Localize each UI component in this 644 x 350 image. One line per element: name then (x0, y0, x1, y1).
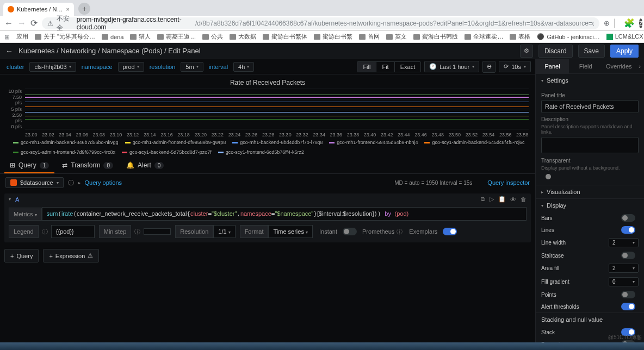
extensions-icon[interactable]: 🧩 (624, 18, 635, 28)
lines-toggle[interactable] (621, 226, 635, 234)
bookmark-item[interactable]: 全球速卖… (465, 33, 503, 41)
x-axis: 23:0023:0223:0423:0623:0823:1023:1223:14… (25, 132, 529, 138)
points-toggle[interactable] (621, 291, 635, 298)
bookmark-item[interactable]: 表格 (510, 33, 530, 41)
add-query-button[interactable]: + Query (4, 249, 39, 262)
eye-icon[interactable]: 👁 (510, 196, 516, 203)
bookmark-item[interactable]: 蜜游白书繁 (314, 33, 352, 41)
var-value-resolution[interactable]: 5m▾ (181, 62, 203, 72)
discard-button[interactable]: Discard (538, 45, 573, 58)
legend-item[interactable]: gco-scy1-frontend-6cd5b76ff4-k5rz2 (218, 149, 304, 155)
forward-button[interactable]: → (17, 18, 26, 28)
line-width-select[interactable]: 2▾ (609, 238, 639, 247)
legend-input[interactable]: {{pod}} (51, 225, 95, 238)
query-tabs: ⊞ Query 1 ⇄ Transform 0 🔔 Alert 0 (0, 158, 535, 174)
time-range-picker[interactable]: 🕐 Last 1 hour ▾ (424, 61, 479, 72)
add-expression-button[interactable]: + Expression ⚠ (43, 249, 99, 262)
tab-transform[interactable]: ⇄ Transform 0 (57, 158, 119, 173)
query-inspector-link[interactable]: Query inspector (487, 179, 530, 186)
bookmark-item[interactable]: ⚫GitHub - jenkinsci… (537, 33, 599, 40)
refresh-interval[interactable]: ⟳ 10s ▾ (499, 61, 531, 72)
side-tab-panel[interactable]: Panel (536, 59, 569, 73)
legend-item[interactable]: gco-mh1-admin-backend-846b7d56bo-nkvgg (13, 140, 119, 145)
instant-toggle[interactable] (343, 228, 357, 235)
bookmark-item[interactable]: 蜜游白书韩版 (413, 33, 458, 41)
area-fill-select[interactable]: 2▾ (609, 264, 639, 273)
fill-button[interactable]: Fill (357, 62, 376, 72)
datasource-picker[interactable]: $datasource ▾ (5, 177, 64, 188)
bookmark-item[interactable]: 公共 (202, 33, 223, 41)
bookmark-item[interactable]: LCM&LCX k8s套… (606, 33, 644, 41)
warning-icon: ⚠ (47, 20, 53, 27)
description-input[interactable] (541, 137, 639, 153)
settings-icon[interactable]: ⚙ (520, 45, 533, 58)
bars-toggle[interactable] (621, 214, 635, 222)
query-row-a: ▾ A ⧉ ▷ 📋 👁 🗑 Metrics ▾ sum(irate(contai… (4, 193, 531, 242)
legend-item[interactable]: gco-scy1-backend-5d75bcd8d7-pzo7f (122, 149, 212, 155)
copy-icon[interactable]: 📋 (498, 196, 506, 203)
extension-icon[interactable] (614, 18, 615, 28)
translate-icon[interactable]: ⊕ (604, 19, 610, 27)
bookmark-item[interactable]: 关于 "元界其母公… (35, 33, 95, 41)
back-button[interactable]: ← (4, 18, 13, 28)
trash-icon[interactable]: 🗑 (521, 196, 527, 203)
tab-query[interactable]: ⊞ Query 1 (4, 158, 54, 173)
bookmark-item[interactable]: 霸菱王道… (157, 33, 196, 41)
bookmark-item[interactable]: 蜜游白书繁体 (263, 33, 307, 41)
bookmark-item[interactable]: 大数据 (230, 33, 256, 41)
panel-title-input[interactable] (541, 100, 639, 113)
back-arrow-icon[interactable]: ← (5, 47, 13, 55)
duplicate-icon[interactable]: ⧉ (481, 196, 485, 203)
side-tab-field[interactable]: Field (569, 59, 602, 73)
legend-item[interactable]: gco-mh1-frontend-59445d64b9-nbnj4 (329, 140, 418, 145)
legend-item[interactable]: gco-mh1-admin-frontend-df99589b9-gwrp8 (125, 140, 226, 145)
var-value-interval[interactable]: 4h▾ (233, 62, 254, 72)
watermark: @51CTO博客 (608, 334, 642, 341)
chart-panel: Rate of Received Packets 10 p/s 7.50 p/s… (0, 74, 535, 158)
legend-item[interactable]: gco-mh1-backend-6bd4ddb7f7o-l7vq8 (232, 140, 323, 145)
section-display[interactable]: ▾Display (536, 199, 644, 212)
save-button[interactable]: Save (578, 45, 605, 58)
section-stacking[interactable]: Stacking and null value (536, 313, 644, 326)
bookmark-item[interactable]: 首网 (359, 33, 380, 41)
var-value-namespace[interactable]: prod▾ (118, 62, 144, 72)
profile-avatar[interactable]: Z (639, 18, 643, 28)
legend-item[interactable]: gco-scy1-admin-frontend-7d9f6799cc-4rc8x (13, 149, 115, 155)
apps-icon[interactable]: ⊞ (4, 33, 10, 41)
query-expression-input[interactable]: sum(irate(container_network_receive_pack… (42, 207, 527, 221)
browser-tab-strip: Kubernetes / Networking / N… × + (0, 0, 644, 16)
section-settings[interactable]: ▾Settings (536, 74, 644, 87)
bookmark-item[interactable]: 应用 (16, 33, 28, 41)
bookmark-item[interactable]: 猎人 (130, 33, 151, 41)
format-select[interactable]: Time series ▾ (268, 225, 313, 238)
staircase-toggle[interactable] (621, 252, 635, 259)
apply-button[interactable]: Apply (610, 45, 639, 58)
new-tab-button[interactable]: + (78, 3, 90, 15)
grafana-favicon (8, 6, 14, 12)
query-options-link[interactable]: Query options (85, 179, 122, 186)
chart-legend: gco-mh1-admin-backend-846b7d56bo-nkvgggc… (4, 138, 531, 158)
side-tab-overrides[interactable]: Overrides (602, 59, 635, 73)
tab-alert[interactable]: 🔔 Alert 0 (121, 158, 169, 173)
close-icon[interactable]: × (66, 6, 70, 12)
fit-button[interactable]: Fit (376, 62, 394, 72)
minstep-input[interactable] (144, 228, 171, 235)
exact-button[interactable]: Exact (395, 62, 421, 72)
section-visualization[interactable]: ▸Visualization (536, 185, 644, 198)
zoom-out-icon[interactable]: ⊖ (482, 61, 496, 73)
exemplars-toggle[interactable] (443, 228, 457, 235)
bookmark-item[interactable]: 英文 (386, 33, 407, 41)
alert-thresholds-toggle[interactable] (621, 303, 635, 310)
resolution-select[interactable]: 1/1 ▾ (213, 225, 235, 238)
move-icon[interactable]: ▷ (490, 196, 494, 203)
expand-icon[interactable]: › (635, 59, 644, 73)
md-info: MD = auto = 1950 Interval = 15s (394, 180, 472, 186)
fill-gradient-select[interactable]: 0▾ (609, 277, 639, 286)
options-side-panel: Panel Field Overrides › ▾Settings Panel … (535, 59, 644, 342)
chart-plot[interactable]: 10 p/s 7.50 p/s 5 p/s 2.50 p/s 0 p/s 23:… (4, 89, 531, 138)
var-value-cluster[interactable]: cls-fhhj2b03▾ (29, 62, 76, 72)
legend-item[interactable]: gco-scy1-admin-backend-545dc8f4f5-rcj6c (424, 140, 524, 145)
bookmark-item[interactable]: dena (102, 34, 123, 40)
url-input[interactable]: ⚠ 不安全 prom-nvbgdjen-grafana.ccs.tencent-… (42, 17, 599, 29)
reload-button[interactable]: ⟳ (30, 18, 38, 28)
